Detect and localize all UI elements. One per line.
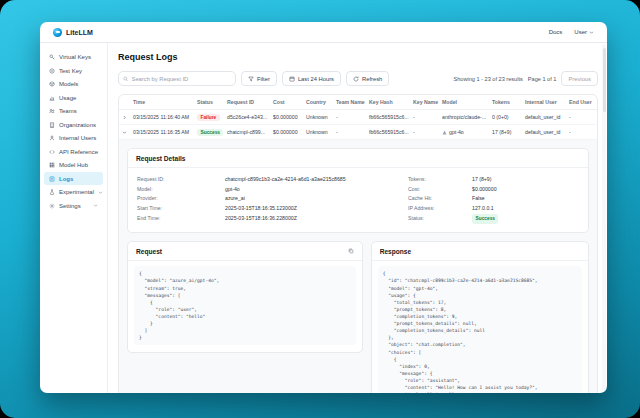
cell-internal-user: default_user_id: [522, 110, 566, 125]
toolbar: Filter Last 24 Hours Refresh Showing 1 -…: [118, 71, 598, 86]
page-indicator: Page 1 of 1: [528, 76, 557, 82]
previous-page-button[interactable]: Previous: [561, 71, 598, 86]
sidebar: Virtual Keys Test Key Models Usage Teams: [40, 43, 108, 393]
teams-icon: [49, 108, 55, 114]
filter-button[interactable]: Filter: [241, 71, 277, 86]
cell-end-user: -: [566, 110, 597, 125]
model-name: gpt-4o: [449, 129, 464, 135]
field-label: Start Time:: [137, 204, 225, 214]
field-label: IP Address:: [408, 204, 472, 214]
sidebar-item-label: Settings: [59, 203, 81, 209]
time-range-label: Last 24 Hours: [298, 76, 334, 82]
desktop-background: LiteLLM Docs User Virtual Keys Test Ke: [0, 0, 640, 418]
field-label: End Time:: [137, 214, 225, 224]
chevron-down-icon: [93, 203, 98, 208]
search-box[interactable]: [118, 71, 236, 86]
chevron-right-icon[interactable]: [122, 115, 127, 120]
sidebar-item-label: API Reference: [59, 149, 98, 155]
internal-users-icon: [49, 135, 55, 141]
time-range-button[interactable]: Last 24 Hours: [282, 71, 341, 86]
cell-model: gpt-4o: [442, 129, 486, 135]
scrollbar-thumb[interactable]: [603, 48, 606, 112]
log-row-success-expanded[interactable]: 03/15/2025 11:16:35 AM Success chatcmpl-…: [119, 125, 597, 140]
chevron-down-icon: [98, 190, 103, 195]
sidebar-item-teams[interactable]: Teams: [44, 105, 103, 118]
field-label: Cost:: [408, 185, 472, 195]
cell-cost: $0.000000: [270, 125, 303, 140]
sidebar-item-logs[interactable]: Logs: [44, 172, 103, 185]
sidebar-item-organizations[interactable]: Organizations: [44, 118, 103, 131]
status-badge: Success: [472, 214, 498, 225]
col-tokens: Tokens: [489, 95, 522, 110]
field-label: Cache Hit:: [408, 194, 472, 204]
col-end-user: End User: [566, 95, 597, 110]
status-badge: Failure: [197, 114, 220, 121]
key-icon: [49, 54, 55, 60]
field-label: Model:: [137, 185, 225, 195]
cell-model: anthropic/claude-...: [439, 110, 489, 125]
cell-key-hash: fb66c565915c6...: [366, 125, 410, 140]
calendar-icon: [289, 76, 295, 82]
sidebar-item-usage[interactable]: Usage: [44, 91, 103, 104]
top-navbar: LiteLLM Docs User: [40, 22, 607, 43]
sidebar-item-label: Organizations: [59, 122, 96, 128]
field-value: 2025-03-15T18:16:36.228000Z: [225, 214, 408, 224]
col-internal-user: Internal User: [522, 95, 566, 110]
docs-link[interactable]: Docs: [549, 29, 563, 35]
results-count: Showing 1 - 23 of 23 results: [453, 76, 522, 82]
sidebar-item-label: Model Hub: [59, 162, 88, 168]
response-panel: Response { "id": "chatcmpl-c899c1b3-ca2e…: [371, 241, 589, 393]
search-input[interactable]: [132, 76, 231, 82]
cell-tokens: 17 (8+9): [489, 125, 522, 140]
field-value: 127.0.0.1: [472, 204, 579, 214]
logs-icon: [49, 176, 55, 182]
sidebar-item-settings[interactable]: Settings: [44, 199, 103, 212]
models-icon: [49, 81, 55, 87]
expanded-log-detail: Request Details Request ID:chatcmpl-c899…: [119, 140, 597, 393]
cell-team-name: -: [333, 125, 366, 140]
log-row-failure[interactable]: 03/15/2025 11:16:40 AM Failure d5c26ce4-…: [119, 110, 597, 125]
request-details-card: Request Details Request ID:chatcmpl-c899…: [127, 148, 589, 233]
copy-button[interactable]: [348, 248, 354, 254]
col-team-name: Team Name: [333, 95, 366, 110]
scrollbar[interactable]: [602, 44, 606, 392]
usage-icon: [49, 95, 55, 101]
field-value: 2025-03-15T18:16:35.123000Z: [225, 204, 408, 214]
sidebar-item-model-hub[interactable]: Model Hub: [44, 159, 103, 172]
sidebar-item-label: Teams: [59, 108, 77, 114]
cell-tokens: 0 (0+0): [489, 110, 522, 125]
field-value: False: [472, 194, 579, 204]
sidebar-item-api-reference[interactable]: API Reference: [44, 145, 103, 158]
request-details-title: Request Details: [128, 149, 588, 168]
field-label: Status:: [408, 214, 472, 225]
sidebar-item-virtual-keys[interactable]: Virtual Keys: [44, 51, 103, 64]
sidebar-item-experimental[interactable]: Experimental: [44, 186, 103, 199]
sidebar-item-internal-users[interactable]: Internal Users: [44, 132, 103, 145]
cell-key-name: -: [410, 110, 439, 125]
field-label: Provider:: [137, 194, 225, 204]
col-country: Country: [303, 95, 333, 110]
chevron-down-icon[interactable]: [122, 130, 127, 135]
cell-country: Unknown: [303, 110, 333, 125]
model-hub-icon: [49, 162, 55, 168]
response-json: { "id": "chatcmpl-c899c1b3-ca2e-4214-a6d…: [378, 266, 582, 393]
litellm-logo: [53, 28, 62, 37]
col-status: Status: [194, 95, 224, 110]
refresh-button[interactable]: Refresh: [346, 71, 389, 86]
cell-team-name: -: [333, 110, 366, 125]
sidebar-item-models[interactable]: Models: [44, 78, 103, 91]
sidebar-item-label: Internal Users: [59, 135, 96, 141]
filter-button-label: Filter: [257, 76, 270, 82]
col-key-name: Key Name: [410, 95, 439, 110]
api-reference-icon: [49, 149, 55, 155]
col-model: Model: [439, 95, 489, 110]
field-value: gpt-4o: [225, 185, 408, 195]
field-value: $0.000000: [472, 185, 579, 195]
cell-key-hash: fb66c565915c6...: [366, 110, 410, 125]
sidebar-item-test-key[interactable]: Test Key: [44, 64, 103, 77]
user-menu[interactable]: User: [574, 29, 594, 35]
litellm-app-window: LiteLLM Docs User Virtual Keys Test Ke: [40, 22, 607, 393]
field-value: chatcmpl-c899c1b3-ca2e-4214-a6d1-a3ae215…: [225, 175, 408, 185]
field-label: Tokens:: [408, 175, 472, 185]
sidebar-item-label: Virtual Keys: [59, 54, 91, 60]
